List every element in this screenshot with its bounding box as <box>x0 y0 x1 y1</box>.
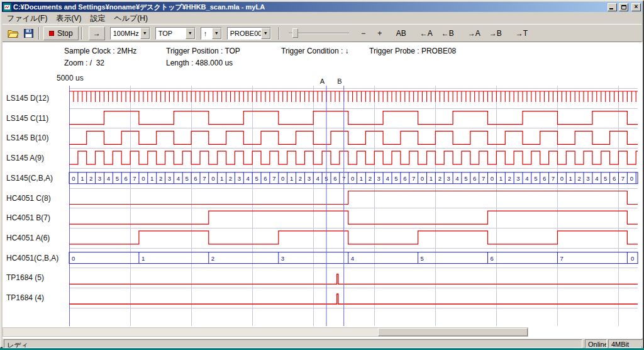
svg-text:LS145 A(9): LS145 A(9) <box>6 154 44 162</box>
svg-text:HC4051 C(8): HC4051 C(8) <box>6 194 51 203</box>
goto-a-left-button[interactable]: ←A <box>417 26 436 40</box>
statusbar: レディ Online 4MBit <box>3 338 641 348</box>
chevron-down-icon[interactable]: ▼ <box>140 28 150 39</box>
svg-text:7: 7 <box>412 175 415 182</box>
close-button[interactable]: × <box>631 3 641 11</box>
open-button[interactable] <box>5 26 21 40</box>
svg-text:0: 0 <box>281 175 284 182</box>
svg-text:5: 5 <box>421 255 424 262</box>
chevron-down-icon[interactable]: ▼ <box>186 28 195 39</box>
svg-text:LS145 D(12): LS145 D(12) <box>6 94 49 103</box>
slider-handle[interactable] <box>292 28 298 38</box>
trigger-position-combo[interactable]: TOP ▼ <box>155 27 196 40</box>
goto-a-right-button[interactable]: →A <box>465 26 484 40</box>
horizontal-scrollbar[interactable] <box>3 327 528 337</box>
svg-text:0: 0 <box>631 255 634 262</box>
menu-view[interactable]: 表示(V) <box>52 13 86 25</box>
sample-clock-label: Sample Clock : 2MHz <box>64 47 136 55</box>
goto-b-left-button[interactable]: ←B <box>438 26 457 40</box>
svg-text:0: 0 <box>560 175 564 182</box>
toolbar-separator <box>279 27 280 40</box>
channel-TP1684 (5): TP1684 (5) <box>6 273 638 284</box>
svg-text:5: 5 <box>255 175 258 182</box>
svg-text:1: 1 <box>290 175 293 182</box>
svg-text:2: 2 <box>89 175 92 182</box>
channel-LS145(C,B,A): LS145(C,B,A)0123456701234567012345670123… <box>6 172 638 184</box>
svg-text:5: 5 <box>116 175 119 182</box>
svg-text:3: 3 <box>447 175 450 182</box>
svg-text:7: 7 <box>552 175 555 182</box>
svg-text:TP1684 (5): TP1684 (5) <box>6 273 44 282</box>
cursor-A[interactable]: A <box>320 77 326 326</box>
chevron-down-icon[interactable]: ▼ <box>261 28 270 39</box>
waveform-display[interactable]: 5000 usLS145 D(12)LS145 C(11)LS145 B(10)… <box>1 73 644 327</box>
maximize-icon <box>621 5 626 9</box>
svg-text:0: 0 <box>351 175 354 182</box>
svg-text:7: 7 <box>482 175 485 182</box>
trigger-position-combo-value: TOP <box>156 28 186 39</box>
svg-text:5: 5 <box>186 175 189 182</box>
ab-cursor-button[interactable]: AB <box>393 26 409 40</box>
goto-trigger-button[interactable]: →T <box>513 26 531 40</box>
status-ready: レディ <box>4 339 582 348</box>
svg-text:3: 3 <box>281 255 284 262</box>
trigger-probe-label: Trigger Probe : PROBE08 <box>369 47 456 55</box>
trigger-edge-combo[interactable]: ↑ ▼ <box>201 27 222 40</box>
svg-text:7: 7 <box>621 175 625 182</box>
trigger-probe-combo[interactable]: PROBE00 ▼ <box>227 27 271 40</box>
menu-help[interactable]: ヘルプ(H) <box>109 13 152 25</box>
cursor-B[interactable]: B <box>337 77 343 326</box>
toolbar-separator <box>38 27 40 40</box>
stop-button[interactable]: Stop <box>43 26 79 40</box>
save-button[interactable] <box>21 26 36 40</box>
svg-text:3: 3 <box>168 175 171 182</box>
maximize-button[interactable] <box>619 3 628 11</box>
svg-text:1: 1 <box>150 175 153 182</box>
trigger-probe-combo-value: PROBE00 <box>228 28 261 39</box>
channel-HC4051(C,B,A): HC4051(C,B,A)012345670 <box>6 252 638 264</box>
svg-text:1: 1 <box>569 175 572 182</box>
toolbar-separator <box>81 27 82 40</box>
svg-text:6: 6 <box>473 175 476 182</box>
sample-clock-combo-value: 100MHz <box>111 28 140 39</box>
stop-label: Stop <box>57 29 73 38</box>
svg-text:1: 1 <box>360 175 363 182</box>
titlebar[interactable]: C:¥Documents and Settings¥noname¥デスクトップ¥… <box>2 2 642 12</box>
zoom-in-button[interactable]: + <box>373 26 387 40</box>
app-window: C:¥Documents and Settings¥noname¥デスクトップ¥… <box>0 0 644 348</box>
menu-file[interactable]: ファイル(F) <box>3 13 52 25</box>
svg-text:4: 4 <box>107 175 110 182</box>
svg-text:5: 5 <box>394 175 397 182</box>
svg-text:3: 3 <box>98 175 101 182</box>
channel-LS145 D(12): LS145 D(12) <box>6 91 638 103</box>
svg-text:LS145 C(11): LS145 C(11) <box>6 114 48 123</box>
svg-text:2: 2 <box>508 175 511 182</box>
zoom-slider[interactable] <box>287 26 350 40</box>
app-icon <box>3 3 11 11</box>
channel-TP1684 (4): TP1684 (4) <box>6 293 638 304</box>
svg-text:LS145(C,B,A): LS145(C,B,A) <box>6 174 53 183</box>
status-online: Online <box>585 339 607 348</box>
svg-text:4: 4 <box>351 255 354 262</box>
horizontal-scrollbar-thumb[interactable] <box>378 328 528 336</box>
chevron-down-icon[interactable]: ▼ <box>212 28 221 39</box>
svg-text:1: 1 <box>220 175 223 182</box>
svg-text:3: 3 <box>377 175 380 182</box>
svg-text:7: 7 <box>272 175 275 182</box>
minimize-button[interactable] <box>608 3 617 11</box>
close-icon: × <box>635 4 638 10</box>
svg-text:0: 0 <box>72 255 75 262</box>
svg-text:3: 3 <box>308 175 311 182</box>
svg-text:HC4051 B(7): HC4051 B(7) <box>6 213 50 222</box>
run-button[interactable]: → <box>89 26 105 40</box>
svg-text:6: 6 <box>333 175 336 182</box>
length-label: Length : 488.000 us <box>166 59 233 67</box>
zoom-out-button[interactable]: − <box>357 26 370 40</box>
floppy-disk-icon <box>24 29 33 38</box>
menu-settings[interactable]: 設定 <box>86 13 109 25</box>
svg-text:6: 6 <box>264 175 267 182</box>
svg-text:3: 3 <box>516 175 519 182</box>
sample-clock-combo[interactable]: 100MHz ▼ <box>110 27 150 40</box>
trigger-edge-combo-value: ↑ <box>201 28 212 39</box>
goto-b-right-button[interactable]: →B <box>486 26 505 40</box>
